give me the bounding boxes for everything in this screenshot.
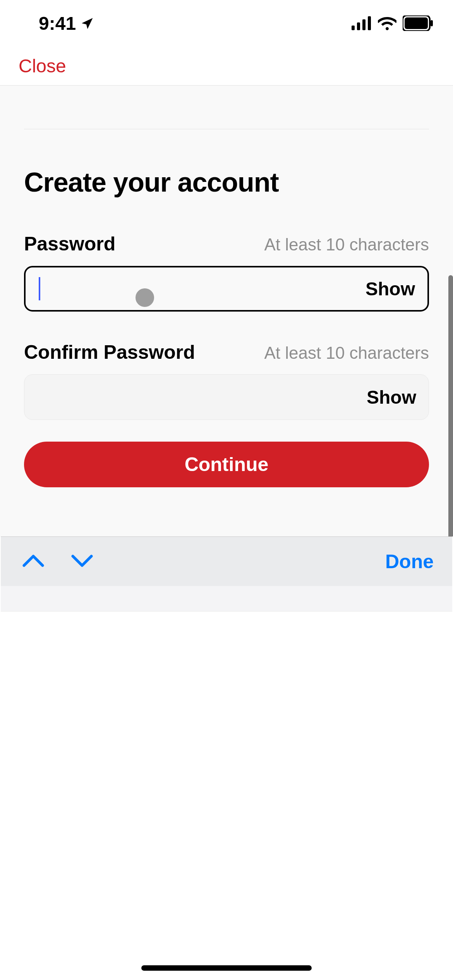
prev-field-button[interactable] xyxy=(19,551,47,572)
cellular-icon xyxy=(352,16,372,30)
content-area: Create your account Password At least 10… xyxy=(0,85,453,536)
divider xyxy=(24,129,429,129)
battery-icon xyxy=(403,15,434,31)
status-time-group: 9:41 xyxy=(39,13,94,34)
confirm-password-hint: At least 10 characters xyxy=(264,343,429,363)
password-input-wrap: Show xyxy=(24,266,429,312)
svg-rect-3 xyxy=(368,16,371,30)
confirm-password-field-group: Confirm Password At least 10 characters … xyxy=(24,341,429,420)
password-header: Password At least 10 characters xyxy=(24,233,429,255)
status-icons xyxy=(352,15,434,31)
password-label: Password xyxy=(24,233,115,255)
toolbar-nav xyxy=(19,551,96,572)
confirm-header: Confirm Password At least 10 characters xyxy=(24,341,429,363)
location-icon xyxy=(81,16,94,30)
close-button[interactable]: Close xyxy=(19,55,66,77)
svg-rect-5 xyxy=(405,17,428,29)
confirm-password-input-wrap: Show xyxy=(24,374,429,420)
page-title: Create your account xyxy=(24,167,279,198)
chevron-up-icon xyxy=(22,554,44,568)
svg-rect-0 xyxy=(352,26,355,30)
continue-button[interactable]: Continue xyxy=(24,442,429,487)
chevron-down-icon xyxy=(71,554,93,568)
password-hint: At least 10 characters xyxy=(264,235,429,254)
status-bar: 9:41 xyxy=(0,0,453,46)
confirm-password-label: Confirm Password xyxy=(24,341,195,363)
svg-rect-1 xyxy=(357,22,360,30)
svg-rect-6 xyxy=(431,20,433,26)
confirm-password-show-button[interactable]: Show xyxy=(354,387,429,408)
password-input[interactable] xyxy=(26,267,353,310)
password-field-group: Password At least 10 characters Show xyxy=(24,233,429,312)
status-time: 9:41 xyxy=(39,13,76,34)
home-indicator[interactable] xyxy=(141,965,312,971)
svg-rect-2 xyxy=(362,19,365,30)
keyboard-done-button[interactable]: Done xyxy=(385,550,434,573)
scrollbar[interactable] xyxy=(448,275,453,536)
next-field-button[interactable] xyxy=(68,551,96,572)
text-caret xyxy=(39,277,40,300)
keyboard-toolbar: Done xyxy=(1,536,452,586)
password-show-button[interactable]: Show xyxy=(353,278,427,300)
nav-bar: Close xyxy=(0,46,453,85)
keyboard-suggestion-bar xyxy=(1,586,452,612)
wifi-icon xyxy=(378,16,396,30)
confirm-password-input[interactable] xyxy=(24,375,354,420)
